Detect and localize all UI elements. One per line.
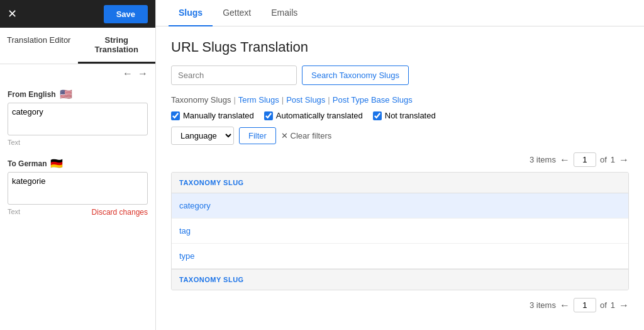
table-footer-header-cell: TAXONOMY SLUG [179, 276, 244, 283]
post-type-base-slugs-link[interactable]: Post Type Base Slugs [333, 95, 413, 105]
not-translated-checkbox-item[interactable]: Not translated [373, 111, 436, 120]
close-button[interactable]: ✕ [8, 8, 17, 20]
to-text-input[interactable]: kategorie [8, 172, 148, 205]
top-page-forward-button[interactable]: → [619, 154, 629, 166]
checkbox-filters: Manually translated Automatically transl… [171, 111, 629, 120]
table-row[interactable]: type [172, 244, 628, 269]
table-header-cell: TAXONOMY SLUG [179, 179, 244, 186]
slug-cell: tag [179, 226, 191, 236]
slug-cell: type [179, 251, 195, 261]
filter-button[interactable]: Filter [239, 127, 276, 144]
lang-filter-row: Language Filter ✕ Clear filters [171, 127, 629, 145]
top-page-back-button[interactable]: ← [560, 154, 570, 166]
bottom-item-count: 3 items [530, 300, 556, 310]
top-pagination: 3 items ← 1 of 1 → [171, 152, 629, 167]
manually-translated-label: Manually translated [183, 111, 254, 120]
tab-gettext[interactable]: Gettext [213, 0, 261, 26]
from-label: From English 🇺🇸 [8, 88, 148, 100]
tab-slugs[interactable]: Slugs [169, 0, 213, 26]
from-flag: 🇺🇸 [60, 88, 72, 100]
right-panel: Slugs Gettext Emails URL Slugs Translati… [156, 0, 644, 330]
taxonomy-slugs-label: Taxonomy Slugs [171, 95, 231, 105]
to-german-section: To German 🇩🇪 kategorie Text Discard chan… [0, 152, 155, 222]
table-header: TAXONOMY SLUG [172, 173, 628, 193]
table-row[interactable]: category [172, 193, 628, 219]
save-button[interactable]: Save [104, 5, 148, 23]
not-translated-label: Not translated [385, 111, 436, 120]
search-row: Search Taxonomy Slugs [171, 65, 629, 85]
filter-links: Taxonomy Slugs | Term Slugs | Post Slugs… [171, 95, 629, 105]
from-field-type: Text [8, 137, 148, 150]
search-taxonomy-button[interactable]: Search Taxonomy Slugs [302, 65, 409, 85]
table-footer-header: TAXONOMY SLUG [172, 269, 628, 290]
nav-forward-button[interactable]: → [138, 68, 148, 79]
tab-string-translation[interactable]: String Translation [78, 28, 156, 64]
clear-filters-link[interactable]: ✕ Clear filters [281, 131, 331, 140]
left-panel: ✕ Save Translation Editor String Transla… [0, 0, 156, 330]
left-tabs: Translation Editor String Translation [0, 28, 155, 64]
right-top-tabs: Slugs Gettext Emails [156, 0, 644, 26]
bottom-page-back-button[interactable]: ← [560, 300, 570, 311]
table-row[interactable]: tag [172, 219, 628, 244]
left-header: ✕ Save [0, 0, 155, 28]
tab-emails[interactable]: Emails [261, 0, 308, 26]
page-title: URL Slugs Translation [171, 39, 629, 55]
manually-translated-checkbox[interactable] [171, 111, 180, 120]
tab-translation-editor[interactable]: Translation Editor [0, 28, 78, 64]
nav-arrows: ← → [0, 64, 155, 83]
not-translated-checkbox[interactable] [373, 111, 382, 120]
auto-translated-label: Automatically translated [276, 111, 363, 120]
from-text-input[interactable]: category [8, 103, 148, 135]
manually-translated-checkbox-item[interactable]: Manually translated [171, 111, 254, 120]
from-english-section: From English 🇺🇸 category Text [0, 83, 155, 152]
auto-translated-checkbox[interactable] [264, 111, 273, 120]
slug-cell: category [179, 201, 211, 210]
bottom-page-input[interactable]: 1 [574, 298, 596, 312]
discard-changes-link[interactable]: Discard changes [92, 208, 148, 217]
right-content: URL Slugs Translation Search Taxonomy Sl… [156, 26, 644, 330]
post-slugs-link[interactable]: Post Slugs [286, 95, 325, 105]
bottom-page-forward-button[interactable]: → [619, 300, 629, 311]
term-slugs-link[interactable]: Term Slugs [238, 95, 279, 105]
bottom-total-pages: 1 [611, 300, 615, 310]
search-input[interactable] [171, 65, 297, 85]
bottom-pagination: 3 items ← 1 of 1 → [171, 298, 629, 312]
table-wrapper: TAXONOMY SLUG category tag type TAXONOMY… [171, 172, 629, 290]
top-item-count: 3 items [530, 155, 556, 164]
to-field-type: Text Discard changes [8, 207, 148, 219]
top-page-input[interactable]: 1 [574, 152, 596, 167]
auto-translated-checkbox-item[interactable]: Automatically translated [264, 111, 363, 120]
to-flag: 🇩🇪 [50, 157, 63, 169]
to-label: To German 🇩🇪 [8, 157, 148, 169]
top-total-pages: 1 [611, 155, 615, 164]
language-dropdown[interactable]: Language [171, 127, 234, 145]
nav-back-button[interactable]: ← [123, 68, 133, 79]
